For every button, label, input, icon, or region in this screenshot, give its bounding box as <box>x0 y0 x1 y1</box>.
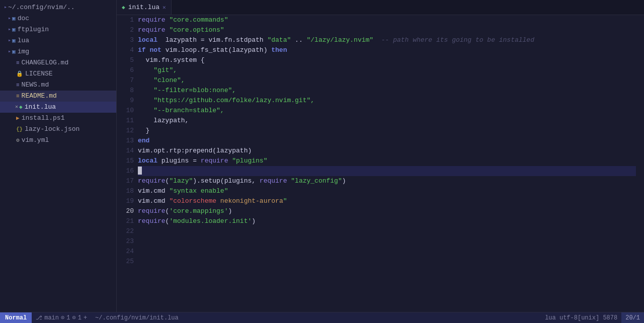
tab-bar: ◆ init.lua ✕ <box>117 0 644 15</box>
md-icon: ≡ <box>16 80 20 90</box>
tab-close-button[interactable]: ✕ <box>163 4 166 11</box>
code-line-24: require('core.mappings') <box>138 206 636 216</box>
sidebar-root[interactable]: ▸ ~/.config/nvim/.. <box>0 2 116 13</box>
tab-file-icon: ◆ <box>122 4 125 11</box>
sidebar-item-readme[interactable]: ≡ README.md <box>0 91 116 102</box>
sidebar-item-install[interactable]: ▶ install.ps1 <box>0 113 116 124</box>
status-bar: Normal ⎇ main ⊙ 1 ⊙ 1 + ~/.config/nvim/i… <box>0 312 644 323</box>
line-num-20: 20 <box>119 206 134 216</box>
status-position: 20/1 <box>621 312 644 323</box>
branch-name: main <box>44 314 59 321</box>
sidebar-item-vimyml[interactable]: ⚙ vim.yml <box>0 135 116 146</box>
editor-area[interactable]: 1 2 3 4 5 6 7 8 9 10 11 12 13 14 15 16 1 <box>117 15 644 312</box>
line-num-7: 7 <box>119 75 134 86</box>
sidebar-label-install: install.ps1 <box>22 113 65 123</box>
line-num-16: 16 <box>119 166 134 176</box>
sidebar-label-lua: lua <box>18 36 29 46</box>
code-line-11: "https://github.com/folke/lazy.nvim.git"… <box>138 96 636 106</box>
circle-icon: ⊙ <box>61 314 64 321</box>
folder-icon: ▣ <box>12 14 16 24</box>
line-col-label: 20/1 <box>625 314 640 321</box>
encoding-label: utf-8[unix] <box>559 314 599 321</box>
sidebar-item-initlua[interactable]: ✕ ◆ init.lua <box>0 102 116 113</box>
code-line-14: } <box>138 126 636 136</box>
sidebar-label-readme: README.md <box>22 91 57 101</box>
code-line-17: vim.opt.rtp:prepend(lazypath) <box>138 146 636 156</box>
line-num-9: 9 <box>119 96 134 106</box>
sidebar-item-changelog[interactable]: ≡ CHANGELOG.md <box>0 57 116 68</box>
line-num-4: 4 <box>119 45 134 55</box>
status-num1: 1 <box>66 314 70 321</box>
code-line-23: vim.cmd "colorscheme nekonight-aurora" <box>138 196 636 206</box>
code-line-8: "git", <box>138 65 636 75</box>
sidebar-label-ftplugin: ftplugin <box>18 25 49 35</box>
code-line-10: "--filter=blob:none", <box>138 86 636 96</box>
line-num-13: 13 <box>119 136 134 146</box>
line-num-1: 1 <box>119 15 134 25</box>
folder-icon: ▣ <box>12 47 16 57</box>
tab-label: init.lua <box>128 4 159 11</box>
text-cursor <box>138 167 142 175</box>
line-num-6: 6 <box>119 65 134 75</box>
sidebar-label-initlua: init.lua <box>25 102 56 112</box>
code-line-25: require('modules.loader.init') <box>138 216 636 226</box>
code-line-19: local plugins = require "plugins" <box>138 156 636 166</box>
line-num-12: 12 <box>119 126 134 136</box>
sidebar-label-license: LICENSE <box>25 69 53 79</box>
status-num2: 1 <box>78 314 82 321</box>
status-right: lua utf-8[unix] 5878 20/1 <box>541 312 644 323</box>
code-line-20 <box>138 166 636 176</box>
line-num-21: 21 <box>119 216 134 226</box>
line-numbers: 1 2 3 4 5 6 7 8 9 10 11 12 13 14 15 16 1 <box>117 15 138 312</box>
chevron-icon: ▸ <box>8 25 11 35</box>
code-line-1: require "core.commands" <box>138 15 636 25</box>
line-num-19: 19 <box>119 196 134 206</box>
code-line-9: "clone", <box>138 75 636 86</box>
sidebar-item-news[interactable]: ≡ NEWS.md <box>0 79 116 91</box>
filesize-label: 5878 <box>603 314 617 321</box>
folder-icon: ▣ <box>12 36 16 46</box>
line-num-10: 10 <box>119 106 134 116</box>
line-num-24: 24 <box>119 247 134 257</box>
status-left: Normal ⎇ main ⊙ 1 ⊙ 1 + ~/.config/nvim/i… <box>0 312 183 323</box>
code-content[interactable]: require "core.commands" require "core.op… <box>138 15 644 312</box>
gear-icon: ⚙ <box>16 135 20 145</box>
filetype-label: lua <box>545 314 556 321</box>
sidebar-root-label: ~/.config/nvim/.. <box>8 3 75 13</box>
lua-icon: ◆ <box>19 102 23 112</box>
status-path: ~/.config/nvim/init.lua <box>91 314 183 321</box>
line-num-25: 25 <box>119 257 134 267</box>
chevron-icon: ▸ <box>8 47 11 57</box>
chevron-icon: ▸ <box>8 14 11 24</box>
sidebar-label-news: NEWS.md <box>22 80 49 90</box>
chevron-icon: ▸ <box>4 3 7 13</box>
sidebar-label-doc: doc <box>18 14 29 24</box>
code-line-2: require "core.options" <box>138 25 636 35</box>
chevron-icon: ▸ <box>8 36 11 46</box>
md-icon: ≡ <box>16 58 20 68</box>
status-branch: ⎇ main ⊙ 1 ⊙ 1 + <box>32 314 91 321</box>
line-num-3: 3 <box>119 35 134 45</box>
code-line-22: vim.cmd "syntax enable" <box>138 186 636 196</box>
folder-icon: ▣ <box>12 25 16 35</box>
sidebar-item-doc[interactable]: ▸ ▣ doc <box>0 13 116 24</box>
sidebar: ▸ ~/.config/nvim/.. ▸ ▣ doc ▸ ▣ ftplugin… <box>0 0 117 312</box>
status-plus: + <box>84 314 87 321</box>
status-file-info: lua utf-8[unix] 5878 <box>541 314 621 321</box>
code-line-21: require("lazy").setup(plugins, require "… <box>138 176 636 186</box>
sidebar-item-lua[interactable]: ▸ ▣ lua <box>0 35 116 46</box>
code-line-7: vim.fn.system { <box>138 55 636 65</box>
sidebar-item-ftplugin[interactable]: ▸ ▣ ftplugin <box>0 24 116 35</box>
file-icon: 🔒 <box>16 69 23 79</box>
line-num-15: 15 <box>119 156 134 166</box>
git-icon: ⎇ <box>36 314 42 321</box>
code-line-15: end <box>138 136 636 146</box>
code-line-6: if not vim.loop.fs_stat(lazypath) then <box>138 45 636 55</box>
ps-icon: ▶ <box>16 113 20 123</box>
line-num-11: 11 <box>119 116 134 126</box>
code-line-12: "--branch=stable", <box>138 106 636 116</box>
sidebar-item-license[interactable]: 🔒 LICENSE <box>0 68 116 79</box>
sidebar-item-lazylockjson[interactable]: {} lazy-lock.json <box>0 124 116 135</box>
tab-initlua[interactable]: ◆ init.lua ✕ <box>117 0 172 15</box>
sidebar-item-img[interactable]: ▸ ▣ img <box>0 46 116 57</box>
